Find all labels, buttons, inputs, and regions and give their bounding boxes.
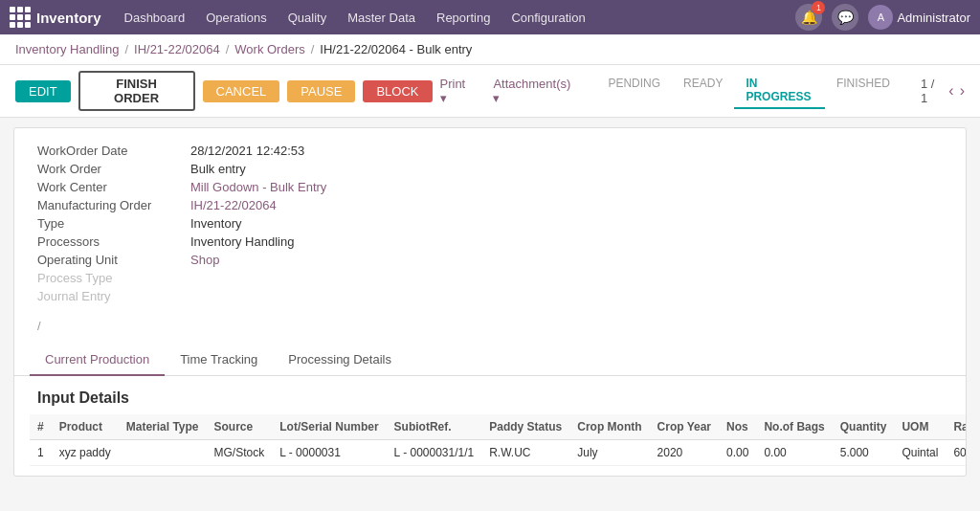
breadcrumb-work-orders[interactable]: Work Orders <box>234 42 304 56</box>
nav-quality[interactable]: Quality <box>280 7 334 29</box>
tab-current-production[interactable]: Current Production <box>30 344 165 376</box>
cancel-button[interactable]: CANCEL <box>203 80 280 102</box>
print-button[interactable]: Print ▾ <box>440 77 475 105</box>
nav-operations[interactable]: Operations <box>198 7 275 29</box>
breadcrumb-ih-number[interactable]: IH/21-22/02064 <box>134 42 220 56</box>
table-header-row: # Product Material Type Source Lot/Seria… <box>30 414 966 440</box>
col-lot-serial: Lot/Serial Number <box>272 414 386 440</box>
top-navigation: Inventory Dashboard Operations Quality M… <box>0 0 980 34</box>
nav-master-data[interactable]: Master Data <box>340 7 423 29</box>
action-bar-right: Print ▾ Attachment(s) ▾ PENDING READY IN… <box>440 73 966 109</box>
col-rate: Rate <box>946 414 966 440</box>
breadcrumb-inventory-handling[interactable]: Inventory Handling <box>15 42 119 56</box>
edit-button[interactable]: EDIT <box>15 80 71 102</box>
step-pending[interactable]: PENDING <box>596 73 672 109</box>
nav-configuration[interactable]: Configuration <box>503 7 592 29</box>
col-quantity: Quantity <box>833 414 895 440</box>
admin-menu[interactable]: A Administrator <box>868 5 970 30</box>
table-row[interactable]: 1xyz paddyMG/StockL - 0000031L - 0000031… <box>30 440 966 466</box>
field-work-order: Work Order Bulk entry <box>37 162 943 176</box>
field-process-type: Process Type <box>37 271 943 285</box>
field-work-center: Work Center Mill Godown - Bulk Entry <box>37 180 943 194</box>
breadcrumb-current: IH/21-22/02064 - Bulk entry <box>320 42 472 56</box>
tab-time-tracking[interactable]: Time Tracking <box>165 344 273 376</box>
notification-badge: 1 <box>812 1 825 14</box>
pagination: 1 / 1 ‹ › <box>921 77 965 105</box>
pause-button[interactable]: PAUSE <box>287 80 355 102</box>
input-details-table: # Product Material Type Source Lot/Seria… <box>30 414 966 466</box>
status-steps: PENDING READY IN PROGRESS FINISHED <box>596 73 902 109</box>
prev-page-button[interactable]: ‹ <box>948 82 953 100</box>
chat-button[interactable]: 💬 <box>832 4 858 31</box>
step-finished[interactable]: FINISHED <box>825 73 902 109</box>
field-type: Type Inventory <box>37 216 943 231</box>
input-details-title: Input Details <box>14 376 966 414</box>
main-content: WorkOrder Date 28/12/2021 12:42:53 Work … <box>13 127 967 477</box>
col-material-type: Material Type <box>119 414 207 440</box>
nav-dashboard[interactable]: Dashboard <box>117 7 193 29</box>
field-manufacturing-order: Manufacturing Order IH/21-22/02064 <box>37 198 943 212</box>
col-nos: Nos <box>719 414 756 440</box>
field-operating-unit: Operating Unit Shop <box>37 253 943 267</box>
col-uom: UOM <box>894 414 946 440</box>
field-journal-entry: Journal Entry <box>37 289 943 303</box>
col-product: Product <box>52 414 119 440</box>
app-logo-icon <box>10 7 31 28</box>
notifications-button[interactable]: 🔔 1 <box>795 4 822 31</box>
col-crop-year: Crop Year <box>650 414 719 440</box>
block-button[interactable]: BLOCK <box>363 80 432 102</box>
avatar: A <box>868 5 893 30</box>
nav-reporting[interactable]: Reporting <box>429 7 498 29</box>
next-page-button[interactable]: › <box>960 82 965 100</box>
breadcrumb: Inventory Handling / IH/21-22/02064 / Wo… <box>0 34 980 65</box>
attachments-button[interactable]: Attachment(s) ▾ <box>493 77 577 105</box>
logo-area[interactable]: Inventory <box>10 7 101 28</box>
col-num: # <box>30 414 52 440</box>
col-sublot-ref: SubiotRef. <box>387 414 482 440</box>
col-source: Source <box>207 414 273 440</box>
admin-label: Administrator <box>897 11 970 25</box>
field-workorder-date: WorkOrder Date 28/12/2021 12:42:53 <box>37 144 943 158</box>
nav-right: 🔔 1 💬 A Administrator <box>795 4 970 31</box>
col-no-of-bags: No.of Bags <box>756 414 832 440</box>
form-section: WorkOrder Date 28/12/2021 12:42:53 Work … <box>14 128 966 315</box>
action-bar: EDIT FINISH ORDER CANCEL PAUSE BLOCK Pri… <box>0 65 980 118</box>
col-crop-month: Crop Month <box>569 414 649 440</box>
tab-processing-details[interactable]: Processing Details <box>273 344 407 376</box>
tabs-bar: Current Production Time Tracking Process… <box>14 344 966 376</box>
input-details-table-wrap: # Product Material Type Source Lot/Seria… <box>14 414 966 476</box>
form-divider: / <box>14 315 966 337</box>
step-in-progress[interactable]: IN PROGRESS <box>734 73 824 109</box>
step-ready[interactable]: READY <box>672 73 734 109</box>
col-paddy-status: Paddy Status <box>481 414 569 440</box>
app-title: Inventory <box>36 10 101 26</box>
finish-order-button[interactable]: FINISH ORDER <box>78 71 195 111</box>
field-processors: Processors Inventory Handling <box>37 234 943 249</box>
